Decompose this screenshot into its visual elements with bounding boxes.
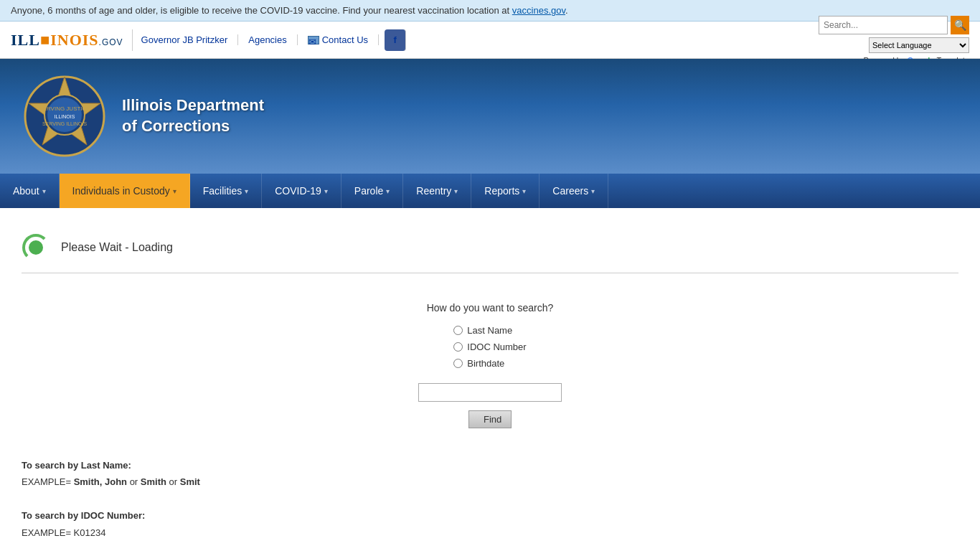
last-name-bold3: Smit — [180, 476, 200, 487]
radio-idoc-input[interactable] — [453, 342, 463, 352]
loading-section: Please Wait - Loading — [22, 222, 958, 273]
custody-arrow: ▾ — [173, 187, 176, 195]
contact-link[interactable]: ✉ Contact Us — [298, 34, 379, 45]
language-select[interactable]: Select Language — [869, 37, 969, 53]
radio-birthdate[interactable]: Birthdate — [453, 358, 504, 369]
contact-text: Contact Us — [322, 34, 368, 45]
main-content: Please Wait - Loading How do you want to… — [0, 208, 980, 551]
radio-last-name-label: Last Name — [467, 325, 512, 336]
radio-idoc-number[interactable]: IDOC Number — [453, 342, 526, 352]
or2: or — [166, 476, 180, 487]
dept-title: Illinois Department of Corrections — [122, 95, 264, 136]
nav-careers[interactable]: Careers ▾ — [540, 174, 608, 208]
parole-arrow: ▾ — [386, 187, 390, 195]
content-area: Please Wait - Loading How do you want to… — [0, 208, 980, 551]
facebook-button[interactable]: f — [385, 29, 406, 51]
nav-reports[interactable]: Reports ▾ — [471, 174, 540, 208]
envelope-icon: ✉ — [308, 36, 319, 44]
nav-reentry[interactable]: Reentry ▾ — [403, 174, 471, 208]
search-area: 🔍 Select Language Powered by Google Tran… — [819, 16, 969, 65]
last-name-title: To search by Last Name: — [22, 460, 131, 471]
site-header: SERVING JUSTICE ILLINOIS SERVING ILLINOI… — [0, 59, 980, 174]
careers-arrow: ▾ — [591, 187, 595, 195]
top-nav-links: Governor JB Pritzker Agencies ✉ Contact … — [141, 29, 819, 51]
translate-row: Select Language — [869, 37, 969, 53]
radio-last-name-input[interactable] — [453, 326, 463, 335]
reentry-arrow: ▾ — [454, 187, 458, 195]
logo-gov: .GOV — [99, 37, 123, 47]
logo-ois: ■INOIS — [40, 31, 99, 49]
svg-text:ILLINOIS: ILLINOIS — [55, 114, 75, 119]
covid-banner-text: Anyone, 6 months of age and older, is el… — [11, 5, 512, 16]
top-nav-bar: ILL■INOIS.GOV Governor JB Pritzker Agenc… — [0, 22, 980, 59]
nav-facilities[interactable]: Facilities ▾ — [190, 174, 262, 208]
radio-birthdate-input[interactable] — [453, 359, 463, 368]
inmate-search-input[interactable] — [418, 383, 562, 402]
search-form: How do you want to search? Last Name IDO… — [22, 288, 958, 443]
svg-text:SERVING ILLINOIS: SERVING ILLINOIS — [42, 121, 87, 126]
radio-birthdate-label: Birthdate — [467, 358, 504, 369]
loading-spinner — [22, 233, 50, 262]
agencies-link[interactable]: Agencies — [238, 34, 297, 45]
nav-covid19[interactable]: COVID-19 ▾ — [262, 174, 341, 208]
nav-divider — [132, 29, 133, 51]
search-row: 🔍 — [819, 16, 969, 34]
search-button[interactable]: 🔍 — [951, 16, 969, 34]
idoc-badge: SERVING JUSTICE ILLINOIS SERVING ILLINOI… — [22, 73, 108, 159]
idoc-title: To search by IDOC Number: — [22, 510, 145, 521]
dept-title-line2: of Corrections — [122, 116, 264, 137]
search-options: Last Name IDOC Number Birthdate — [453, 325, 526, 369]
main-nav: About ▾ Individuals in Custody ▾ Facilit… — [0, 174, 980, 208]
radio-idoc-label: IDOC Number — [467, 342, 526, 352]
search-question: How do you want to search? — [22, 302, 958, 314]
search-input[interactable] — [819, 16, 948, 34]
governor-link[interactable]: Governor JB Pritzker — [141, 34, 239, 45]
dept-title-line1: Illinois Department — [122, 95, 264, 116]
badge-area: SERVING JUSTICE ILLINOIS SERVING ILLINOI… — [22, 73, 264, 159]
svg-text:SERVING JUSTICE: SERVING JUSTICE — [39, 105, 90, 112]
idoc-example: EXAMPLE= K01234 — [22, 527, 105, 538]
facilities-arrow: ▾ — [245, 187, 248, 195]
logo-area: ILL■INOIS.GOV — [11, 31, 123, 50]
spinner-arc — [22, 234, 50, 261]
nav-individuals-custody[interactable]: Individuals in Custody ▾ — [60, 174, 190, 208]
about-arrow: ▾ — [42, 187, 46, 195]
last-name-bold2: Smith — [141, 476, 166, 487]
vaccines-link[interactable]: vaccines.gov — [512, 5, 565, 16]
logo-ill: ILL — [11, 31, 40, 49]
or1: or — [127, 476, 141, 487]
last-name-bold1: Smith, John — [74, 476, 127, 487]
nav-about[interactable]: About ▾ — [0, 174, 60, 208]
loading-text: Please Wait - Loading — [61, 241, 173, 254]
find-button[interactable]: Find — [468, 410, 512, 428]
help-text: To search by Last Name: EXAMPLE= Smith, … — [22, 443, 958, 551]
covid19-arrow: ▾ — [324, 187, 328, 195]
illinois-logo[interactable]: ILL■INOIS.GOV — [11, 31, 123, 50]
reports-arrow: ▾ — [522, 187, 526, 195]
nav-parole[interactable]: Parole ▾ — [341, 174, 403, 208]
last-name-example-prefix: EXAMPLE= — [22, 476, 74, 487]
radio-last-name[interactable]: Last Name — [453, 325, 512, 336]
